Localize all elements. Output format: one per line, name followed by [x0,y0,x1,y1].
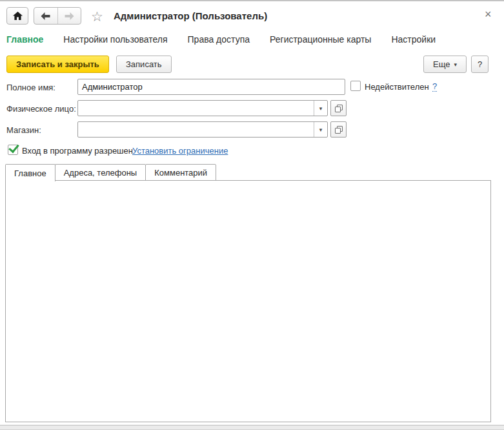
close-icon[interactable]: × [485,8,492,20]
tab-strip: Главное Адреса, телефоны Комментарий [5,164,216,181]
tab-main[interactable]: Главное [5,164,55,181]
more-button-label: Еще [433,59,450,69]
store-dropdown-button[interactable]: ▾ [314,122,327,137]
open-form-icon [335,105,343,112]
person-input[interactable] [78,101,314,116]
person-dropdown-button[interactable]: ▾ [314,101,327,116]
tab-panel-main [5,180,491,422]
arrow-left-icon [41,12,50,20]
open-form-icon [335,126,343,134]
invalid-label: Недействителен [365,82,429,92]
chevron-down-icon: ▾ [319,127,323,133]
window-bottom-bar [0,425,504,430]
section-menu: Главное Настройки пользователя Права дос… [6,34,436,45]
favorite-star-icon[interactable]: ☆ [91,10,103,23]
menu-item-user-settings[interactable]: Настройки пользователя [63,34,167,45]
house-icon [13,12,23,20]
save-and-close-button[interactable]: Записать и закрыть [6,56,109,73]
tab-addresses[interactable]: Адреса, телефоны [55,164,146,181]
invalid-checkbox[interactable] [350,81,361,91]
full-name-input[interactable] [77,79,345,95]
arrow-right-icon [65,12,74,20]
chevron-down-icon: ▾ [454,61,457,68]
forward-button[interactable] [58,8,81,24]
save-button[interactable]: Записать [116,56,172,73]
person-combo: ▾ [77,100,328,116]
store-open-button[interactable] [330,121,347,138]
chevron-down-icon: ▾ [319,105,323,112]
menu-item-main[interactable]: Главное [6,34,43,45]
set-restriction-link[interactable]: Установить ограничение [132,146,228,156]
menu-item-settings[interactable]: Настройки [391,34,436,45]
window-title: Администратор (Пользователь) [114,10,267,21]
login-allowed-checkbox[interactable] [8,145,18,155]
history-nav-group [34,7,81,25]
menu-item-access-rights[interactable]: Права доступа [188,34,250,45]
store-input[interactable] [78,122,314,137]
invalid-help-link[interactable]: ? [432,81,437,92]
store-label: Магазин: [6,125,41,135]
menu-item-registration-cards[interactable]: Регистрационные карты [270,34,371,45]
more-button[interactable]: Еще ▾ [423,56,467,73]
person-label: Физическое лицо: [6,104,76,114]
login-allowed-label: Вход в программу разрешен [22,146,133,156]
store-combo: ▾ [77,121,328,138]
back-button[interactable] [34,8,57,24]
user-form-window: ☆ Администратор (Пользователь) × Главное… [0,0,504,430]
person-open-button[interactable] [330,100,347,116]
full-name-label: Полное имя: [6,83,55,92]
home-button[interactable] [6,7,28,25]
tab-comment[interactable]: Комментарий [145,164,216,181]
help-button[interactable]: ? [471,56,489,73]
